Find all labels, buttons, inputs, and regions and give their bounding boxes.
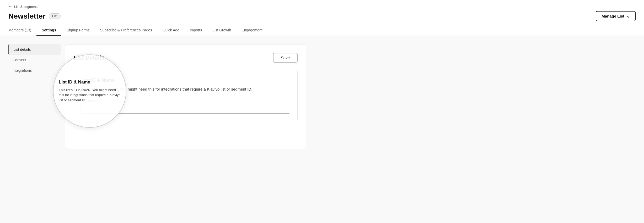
list-id-card: List ID & Name This list's ID is RX2R. Y…: [74, 70, 298, 121]
tab-imports[interactable]: Imports: [185, 25, 207, 36]
list-type-badge: List: [49, 13, 61, 19]
list-name-label: List Name: [81, 99, 290, 103]
save-button[interactable]: Save: [273, 53, 298, 63]
sidebar: List details Consent Integrations: [8, 44, 61, 149]
main-section-title: List Details: [74, 54, 104, 61]
title-row: Newsletter List Manage List ⌄: [8, 11, 636, 21]
back-link[interactable]: ← List & segments: [8, 4, 636, 9]
tabs-nav: Members (13) Settings Signup Forms Subsc…: [8, 25, 636, 36]
sidebar-item-consent[interactable]: Consent: [8, 55, 61, 65]
tab-subscribe-preferences[interactable]: Subscribe & Preferences Pages: [95, 25, 157, 36]
content-area: List details Consent Integrations List D…: [0, 36, 315, 157]
back-link-text: List & segments: [14, 5, 39, 9]
card-description: This list's ID is RX2R. You might need t…: [81, 86, 290, 92]
main-content: List Details Save List ID & Name This li…: [65, 44, 306, 149]
tab-list-growth[interactable]: List Growth: [207, 25, 237, 36]
tab-signup-forms[interactable]: Signup Forms: [61, 25, 95, 36]
tab-engagement[interactable]: Engagement: [236, 25, 267, 36]
sidebar-item-list-details[interactable]: List details: [8, 44, 61, 55]
main-header: List Details Save: [74, 53, 298, 63]
page-title: Newsletter: [8, 12, 46, 20]
tab-quick-add[interactable]: Quick Add: [157, 25, 185, 36]
sidebar-item-integrations[interactable]: Integrations: [8, 65, 61, 76]
manage-list-label: Manage List: [602, 14, 624, 18]
tab-members[interactable]: Members (13): [8, 25, 36, 36]
back-arrow-icon: ←: [8, 4, 13, 9]
list-name-input[interactable]: [81, 104, 290, 114]
title-left: Newsletter List: [8, 12, 61, 20]
tab-settings[interactable]: Settings: [36, 25, 61, 36]
manage-list-button[interactable]: Manage List ⌄: [596, 11, 636, 21]
header: ← List & segments Newsletter List Manage…: [0, 0, 644, 36]
card-title: List ID & Name: [81, 77, 290, 83]
chevron-down-icon: ⌄: [626, 14, 630, 19]
